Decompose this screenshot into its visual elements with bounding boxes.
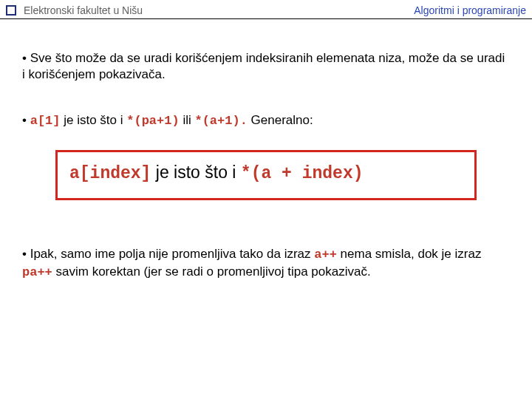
logo-icon [6,5,16,16]
paragraph-3: • Ipak, samo ime polja nije promenljiva … [22,246,510,282]
p3-text-3: savim korektan (jer se radi o promenljiv… [52,265,371,279]
p2-lead: • [22,113,30,127]
p2-text-3: Generalno: [248,113,313,127]
paragraph-1: • Sve što može da se uradi korišćenjem i… [22,50,510,83]
p2-code-2: *(pa+1) [126,114,179,128]
box-code-2: *(a + index) [241,164,364,183]
header-bar: Elektronski fakultet u Nišu Algoritmi i … [0,0,532,19]
p3-text-1: • Ipak, samo ime polja nije promenljiva … [22,247,314,261]
paragraph-1-text: • Sve što može da se uradi korišćenjem i… [22,51,505,81]
p2-text-2: ili [180,113,195,127]
box-text-1: je isto što i [151,163,240,182]
header-right-text: Algoritmi i programiranje [414,4,526,16]
highlight-box: a[index] je isto što i *(a + index) [55,150,477,200]
box-code-1: a[index] [69,164,151,183]
highlight-line: a[index] je isto što i *(a + index) [69,163,463,183]
p2-code-3: *(a+1). [194,114,247,128]
p3-code-1: a++ [314,248,337,262]
content-area: • Sve što može da se uradi korišćenjem i… [0,50,532,282]
p2-text-1: je isto što i [61,113,127,127]
p3-text-2: nema smisla, dok je izraz [337,247,482,261]
p3-code-2: pa++ [22,265,52,279]
slide: Elektronski fakultet u Nišu Algoritmi i … [0,0,532,399]
header-left-text: Elektronski fakultet u Nišu [24,4,414,16]
p2-code-1: a[1] [30,114,61,128]
paragraph-2: • a[1] je isto što i *(pa+1) ili *(a+1).… [22,112,510,130]
